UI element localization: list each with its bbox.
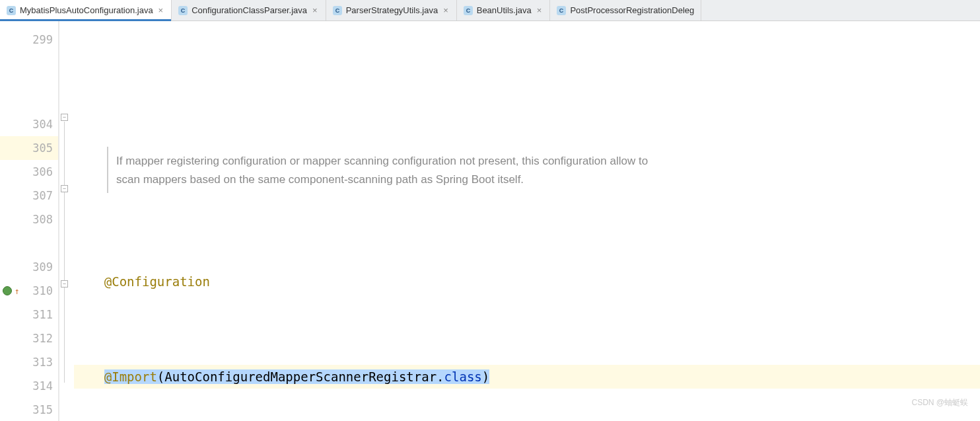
tab-label: ParserStrategyUtils.java — [346, 5, 438, 15]
line-number: 307 — [0, 184, 58, 208]
line-number: 311 — [0, 303, 58, 326]
java-class-icon: C — [7, 6, 16, 15]
line-number: 314 — [0, 374, 58, 398]
svg-text:C: C — [9, 7, 14, 14]
fold-handle-icon[interactable]: − — [61, 280, 68, 287]
code-area[interactable]: If mapper registering configuration or m… — [70, 21, 980, 421]
code-editor[interactable]: 299 304 305 306 307 308 309 ↑ 310 311 31… — [0, 21, 980, 421]
line-number: 309 — [0, 255, 58, 279]
close-icon[interactable]: × — [157, 5, 165, 15]
tab-label: PostProcessorRegistrationDeleg — [570, 5, 694, 15]
line-number: 312 — [0, 326, 58, 350]
java-class-icon: C — [464, 6, 473, 15]
code-line-305: @Import(AutoConfiguredMapperScannerRegis… — [74, 365, 980, 389]
fold-handle-icon[interactable]: − — [61, 185, 68, 192]
java-class-icon: C — [557, 6, 566, 15]
line-number: 306 — [0, 160, 58, 184]
tab-label: BeanUtils.java — [477, 5, 532, 15]
tab-file-2[interactable]: C ParserStrategyUtils.java × — [326, 0, 457, 20]
line-number: 313 — [0, 350, 58, 374]
line-number: 304 — [0, 112, 58, 136]
javadoc-comment: If mapper registering configuration or m… — [107, 147, 655, 193]
tab-file-1[interactable]: C ConfigurationClassParser.java × — [172, 0, 326, 20]
tab-file-3[interactable]: C BeanUtils.java × — [457, 0, 551, 20]
java-class-icon: C — [178, 6, 188, 15]
line-number: 299 — [0, 28, 58, 52]
code-line-304: @Configuration — [74, 270, 980, 293]
line-number: 305 — [0, 136, 58, 160]
svg-text:C: C — [335, 7, 339, 14]
tab-file-4[interactable]: C PostProcessorRegistrationDeleg — [550, 0, 701, 20]
svg-text:C: C — [181, 7, 186, 14]
fold-line — [64, 122, 65, 383]
close-icon[interactable]: × — [311, 5, 319, 15]
close-icon[interactable]: × — [442, 5, 450, 15]
up-arrow-icon[interactable]: ↑ — [15, 286, 20, 296]
fold-handle-icon[interactable]: − — [61, 114, 68, 121]
close-icon[interactable]: × — [536, 5, 543, 15]
tab-label: MybatisPlusAutoConfiguration.java — [20, 5, 153, 15]
fold-gutter: − − − — [59, 21, 70, 421]
watermark: CSDN @蚰蜓蜈 — [911, 391, 968, 414]
java-class-icon: C — [333, 6, 342, 15]
line-number: 308 — [0, 208, 58, 231]
svg-text:C: C — [559, 7, 564, 14]
tab-file-0[interactable]: C MybatisPlusAutoConfiguration.java × — [0, 0, 172, 20]
tab-bar: C MybatisPlusAutoConfiguration.java × C … — [0, 0, 980, 21]
line-gutter: 299 304 305 306 307 308 309 ↑ 310 311 31… — [0, 21, 59, 421]
svg-text:C: C — [466, 7, 470, 14]
tab-label: ConfigurationClassParser.java — [192, 5, 307, 15]
line-number: ↑ 310 — [0, 279, 58, 303]
override-gutter-icon[interactable] — [3, 286, 12, 295]
line-number: 315 — [0, 398, 58, 421]
